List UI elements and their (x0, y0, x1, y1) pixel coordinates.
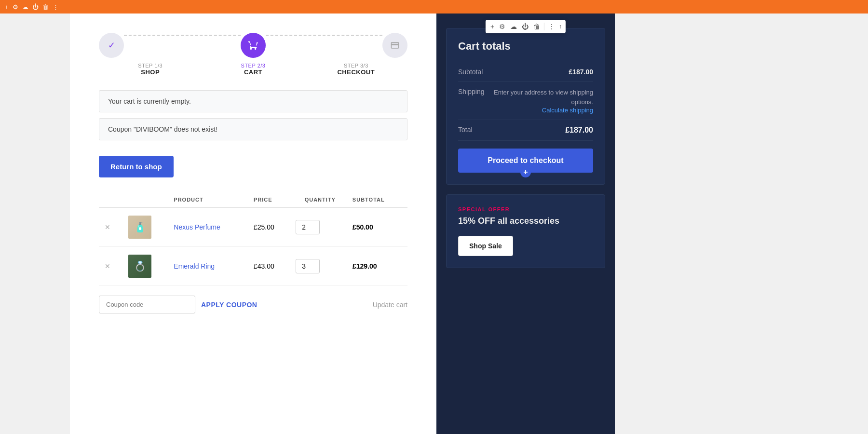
col-subtotal: SUBTOTAL (349, 192, 407, 208)
special-offer-card: SPECIAL OFFER 15% OFF all accessories Sh… (446, 194, 605, 268)
toolbar-icon-more[interactable]: ⋮ (53, 3, 59, 11)
product-thumbnail: 💍 (128, 255, 151, 278)
step-1-name: SHOP (99, 68, 202, 76)
col-price: PRICE (250, 192, 292, 208)
floating-toolbar: + ⚙ ☁ ⏻ 🗑 ⋮ ↑ (486, 20, 566, 33)
total-value: £187.00 (565, 126, 593, 135)
empty-cart-alert: Your cart is currently empty. (99, 90, 407, 112)
col-remove (99, 192, 124, 208)
step-1-label: STEP 1/3 SHOP (99, 63, 202, 76)
right-sidebar: + ⚙ ☁ ⏻ 🗑 ⋮ ↑ Cart totals Subtotal £187.… (436, 14, 615, 434)
product-thumb-cell: 🧴 (124, 208, 170, 247)
product-name-cell: Nexus Perfume (170, 208, 250, 247)
remove-item-button[interactable]: ✕ (103, 223, 112, 231)
ft-icon-settings[interactable]: ⚙ (498, 22, 506, 31)
quantity-input[interactable] (296, 220, 320, 234)
step-connector-1 (124, 35, 241, 36)
quantity-cell (292, 208, 349, 247)
step-2-label: STEP 2/3 CART (202, 63, 304, 76)
step-3-circle (382, 33, 407, 58)
ft-icon-add[interactable]: + (489, 22, 495, 31)
product-thumb-cell: 💍 (124, 247, 170, 286)
price-cell: £43.00 (250, 247, 292, 286)
total-label: Total (458, 126, 473, 134)
return-to-shop-button[interactable]: Return to shop (99, 156, 174, 177)
checkout-steps: ✓ (99, 33, 407, 76)
step-2-number: STEP 2/3 (202, 63, 304, 68)
remove-cell: ✕ (99, 208, 124, 247)
ft-cursor: ↑ (559, 23, 562, 30)
cart-table: PRODUCT PRICE QUANTITY SUBTOTAL ✕🧴Nexus … (99, 192, 407, 286)
step-2-name: CART (202, 68, 304, 76)
ft-icon-cloud[interactable]: ☁ (509, 22, 518, 31)
total-row: Total £187.00 (458, 120, 593, 141)
subtotal-row: Subtotal £187.00 (458, 62, 593, 82)
calculate-shipping-link[interactable]: Calculate shipping (485, 107, 594, 114)
step-1-number: STEP 1/3 (99, 63, 202, 68)
step-1-circle: ✓ (99, 33, 124, 58)
ft-icon-more[interactable]: ⋮ (547, 22, 556, 31)
subtotal-cell: £129.00 (349, 247, 407, 286)
special-offer-text: 15% OFF all accessories (458, 216, 593, 226)
shipping-row: Shipping Enter your address to view ship… (458, 82, 593, 120)
remove-item-button[interactable]: ✕ (103, 262, 112, 270)
cart-totals-title: Cart totals (458, 40, 593, 53)
quantity-input[interactable] (296, 259, 320, 273)
step-connector-2 (266, 35, 382, 36)
shipping-text: Enter your address to view shipping opti… (494, 89, 593, 106)
product-thumbnail: 🧴 (128, 216, 151, 239)
quantity-cell (292, 247, 349, 286)
col-quantity: QUANTITY (292, 192, 349, 208)
step-3-node (382, 33, 407, 58)
subtotal-label: Subtotal (458, 68, 483, 76)
coupon-input[interactable] (99, 296, 195, 313)
coupon-row: Apply coupon Update cart (99, 296, 407, 313)
apply-coupon-button[interactable]: Apply coupon (201, 301, 257, 309)
toolbar-icon-add[interactable]: + (5, 3, 9, 11)
toolbar-icon-cloud[interactable]: ☁ (22, 3, 28, 11)
step-1-node: ✓ (99, 33, 124, 58)
table-row: ✕🧴Nexus Perfume£25.00£50.00 (99, 208, 407, 247)
table-row: ✕💍Emerald Ring£43.00£129.00 (99, 247, 407, 286)
cart-table-header-row: PRODUCT PRICE QUANTITY SUBTOTAL (99, 192, 407, 208)
step-2-circle (241, 33, 266, 58)
subtotal-cell: £50.00 (349, 208, 407, 247)
update-cart-button[interactable]: Update cart (373, 301, 407, 309)
remove-cell: ✕ (99, 247, 124, 286)
price-cell: £25.00 (250, 208, 292, 247)
step-3-name: CHECKOUT (305, 68, 407, 76)
checkout-plus-icon: + (520, 167, 531, 177)
step-3-label: STEP 3/3 CHECKOUT (305, 63, 407, 76)
main-content: ✓ (70, 14, 436, 434)
toolbar-icon-trash[interactable]: 🗑 (42, 3, 49, 11)
product-link[interactable]: Emerald Ring (174, 262, 215, 270)
product-link[interactable]: Nexus Perfume (174, 223, 220, 231)
step-3-number: STEP 3/3 (305, 63, 407, 68)
shipping-label: Shipping (458, 88, 485, 95)
step-2-node (241, 33, 266, 58)
ft-icon-power[interactable]: ⏻ (521, 22, 529, 31)
ft-icon-trash[interactable]: 🗑 (532, 22, 541, 31)
coupon-error-alert: Coupon "DIVIBOOM" does not exist! (99, 118, 407, 140)
top-toolbar: + ⚙ ☁ ⏻ 🗑 ⋮ (0, 0, 868, 14)
page-wrapper: ✓ (0, 0, 868, 434)
shipping-info: Enter your address to view shipping opti… (485, 88, 594, 114)
ft-divider (544, 23, 544, 30)
toolbar-icon-settings[interactable]: ⚙ (13, 3, 18, 11)
special-offer-badge: SPECIAL OFFER (458, 206, 593, 212)
col-image (124, 192, 170, 208)
product-name-cell: Emerald Ring (170, 247, 250, 286)
shop-sale-button[interactable]: Shop Sale (458, 236, 513, 256)
col-product: PRODUCT (170, 192, 250, 208)
toolbar-icon-power[interactable]: ⏻ (32, 3, 39, 11)
subtotal-value: £187.00 (569, 68, 593, 76)
cart-totals-card: + ⚙ ☁ ⏻ 🗑 ⋮ ↑ Cart totals Subtotal £187.… (446, 28, 605, 185)
